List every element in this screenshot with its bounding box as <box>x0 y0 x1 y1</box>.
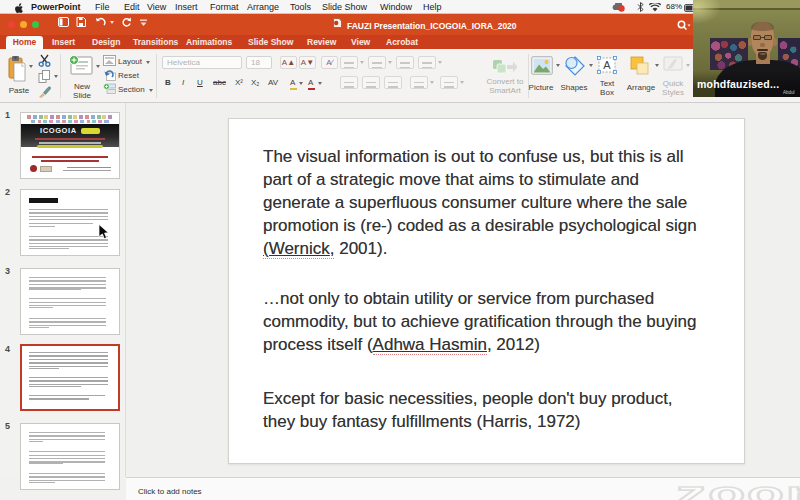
svg-text:A: A <box>603 59 611 71</box>
